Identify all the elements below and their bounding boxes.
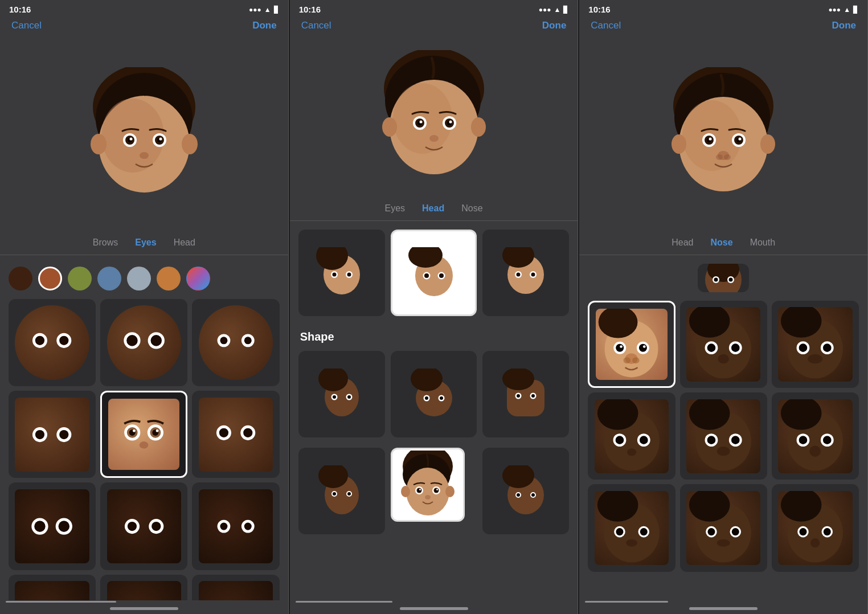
tab-nose-3[interactable]: Nose <box>711 236 733 249</box>
eye-option-3[interactable] <box>192 299 279 386</box>
svg-point-80 <box>429 135 439 142</box>
eye-option-7[interactable] <box>9 482 96 570</box>
eye-option-10[interactable] <box>9 575 96 600</box>
svg-point-127 <box>406 468 449 515</box>
svg-point-135 <box>436 489 438 490</box>
svg-point-28 <box>35 430 44 439</box>
eye-option-1[interactable] <box>9 299 96 386</box>
tab-eyes-2[interactable]: Eyes <box>384 202 405 215</box>
svg-point-220 <box>626 539 637 547</box>
head-shape-5-selected[interactable] <box>391 448 465 522</box>
svg-point-198 <box>640 436 648 444</box>
category-tabs-1: Brows Eyes Head <box>0 230 288 255</box>
svg-point-231 <box>800 528 807 535</box>
head-shape-4[interactable] <box>298 448 385 534</box>
nose-option-partial[interactable] <box>698 264 749 292</box>
nose-option-6[interactable] <box>772 392 859 480</box>
done-button-2[interactable]: Done <box>542 20 567 31</box>
nose-option-7[interactable] <box>588 484 675 571</box>
category-tabs-2: Eyes Head Nose <box>290 195 578 221</box>
svg-point-184 <box>731 344 740 353</box>
svg-point-47 <box>59 521 70 532</box>
nose-option-5[interactable] <box>680 392 767 480</box>
tab-mouth-3[interactable]: Mouth <box>750 236 775 249</box>
avatar-container-1 <box>81 67 207 198</box>
status-time-1: 10:16 <box>9 5 31 14</box>
tab-eyes[interactable]: Eyes <box>135 236 156 249</box>
panel-eyes: 10:16 ●●● ▲ ▊ Cancel Done <box>0 0 289 614</box>
color-swatch-amber[interactable] <box>157 267 181 290</box>
nose-option-8[interactable] <box>680 484 767 571</box>
cancel-button-1[interactable]: Cancel <box>11 20 42 31</box>
head-option-top-2-selected[interactable] <box>391 230 477 316</box>
color-row-1 <box>6 261 282 296</box>
svg-point-177 <box>624 357 631 363</box>
cancel-button-3[interactable]: Cancel <box>591 20 621 31</box>
color-swatch-olive[interactable] <box>68 267 92 290</box>
eye-option-12[interactable] <box>192 575 279 600</box>
svg-point-227 <box>717 539 730 547</box>
color-swatch-brown[interactable] <box>38 267 62 290</box>
status-time-3: 10:16 <box>588 5 610 14</box>
svg-point-16 <box>35 336 44 345</box>
svg-point-34 <box>133 429 136 432</box>
tab-head-2[interactable]: Head <box>422 202 444 215</box>
head-shape-2[interactable] <box>391 351 477 437</box>
svg-point-86 <box>332 272 336 276</box>
status-bar-3: 10:16 ●●● ▲ ▊ <box>579 0 867 17</box>
head-option-top-1[interactable] <box>298 230 385 316</box>
tab-nose-2[interactable]: Nose <box>461 202 482 215</box>
svg-point-98 <box>517 272 521 276</box>
color-swatch-gray[interactable] <box>127 267 151 290</box>
svg-point-210 <box>799 436 808 444</box>
color-swatch-blue[interactable] <box>97 267 121 290</box>
svg-point-171 <box>616 344 624 352</box>
nose-option-2[interactable] <box>680 301 767 388</box>
nose-grid-main <box>585 298 862 575</box>
svg-point-100 <box>531 272 535 276</box>
svg-point-206 <box>717 447 730 456</box>
eye-option-6[interactable] <box>192 391 279 478</box>
nose-option-4[interactable] <box>588 392 675 480</box>
svg-point-199 <box>627 448 636 456</box>
content-area-1[interactable] <box>0 255 288 600</box>
svg-point-124 <box>347 492 351 496</box>
svg-point-175 <box>643 345 646 348</box>
content-area-2[interactable]: Shape <box>290 221 578 600</box>
head-option-top-3[interactable] <box>482 230 569 316</box>
color-swatch-dark-brown[interactable] <box>9 267 32 290</box>
avatar-container-2 <box>371 50 497 181</box>
content-area-3[interactable] <box>579 255 867 600</box>
nose-option-1-selected[interactable] <box>588 301 675 388</box>
panel-head: 10:16 ●●● ▲ ▊ Cancel Done <box>290 0 579 614</box>
svg-point-49 <box>128 522 137 531</box>
eye-option-9[interactable] <box>192 482 279 570</box>
svg-point-233 <box>824 528 831 535</box>
head-shape-6[interactable] <box>482 448 569 534</box>
head-shape-3[interactable] <box>482 351 569 437</box>
done-button-3[interactable]: Done <box>832 20 857 31</box>
home-indicator-3 <box>579 603 867 614</box>
svg-point-104 <box>333 395 336 399</box>
eye-option-5-selected[interactable] <box>100 391 187 478</box>
eye-option-2[interactable] <box>100 299 187 386</box>
nose-option-3[interactable] <box>772 301 859 388</box>
head-shape-1[interactable] <box>298 351 385 437</box>
tab-head-3[interactable]: Head <box>672 236 693 249</box>
svg-point-217 <box>616 528 623 535</box>
nav-bar-1: Cancel Done <box>0 17 288 36</box>
cancel-button-2[interactable]: Cancel <box>301 20 331 31</box>
svg-point-174 <box>620 345 623 348</box>
tab-brows[interactable]: Brows <box>93 236 118 249</box>
nose-option-9[interactable] <box>772 484 859 571</box>
eye-option-4[interactable] <box>9 391 96 478</box>
tab-head-1[interactable]: Head <box>174 236 195 249</box>
eye-option-11[interactable] <box>100 575 187 600</box>
home-bar-2 <box>400 607 468 610</box>
done-button-1[interactable]: Done <box>252 20 277 31</box>
svg-point-160 <box>672 134 686 154</box>
eye-option-8[interactable] <box>100 482 187 570</box>
svg-point-43 <box>243 428 252 437</box>
svg-point-196 <box>615 436 624 444</box>
color-swatch-more[interactable] <box>186 267 210 290</box>
